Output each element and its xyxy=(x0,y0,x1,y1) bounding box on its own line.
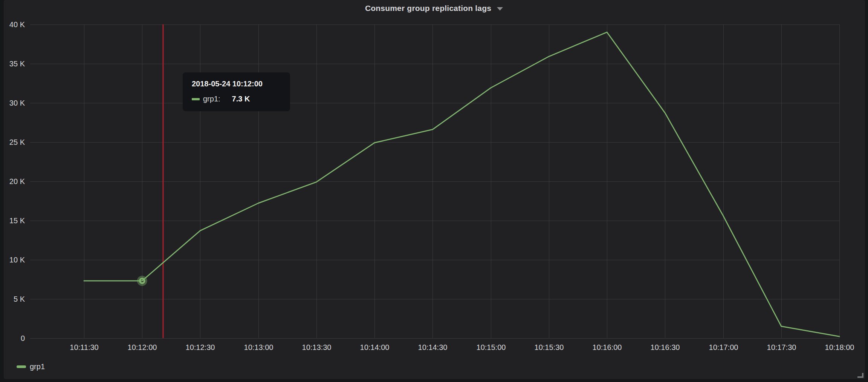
x-axis-tick-label: 10:16:00 xyxy=(581,342,634,352)
grafana-page: { "panel": { "title": "Consumer group re… xyxy=(0,0,868,382)
panel-resize-handle[interactable] xyxy=(857,373,863,378)
x-axis-tick-label: 10:15:30 xyxy=(523,342,576,352)
x-axis-tick-label: 10:18:00 xyxy=(813,342,866,352)
legend-label: grp1 xyxy=(30,362,45,371)
x-axis-tick-label: 10:13:30 xyxy=(290,342,343,352)
x-axis-tick-label: 10:13:00 xyxy=(232,342,285,352)
x-axis-tick-label: 10:14:00 xyxy=(348,342,401,352)
x-axis-tick-label: 10:15:00 xyxy=(465,342,518,352)
panel-title: Consumer group replication lags xyxy=(365,4,491,13)
legend-color-dash-icon xyxy=(17,365,26,368)
x-axis-tick-label: 10:12:00 xyxy=(116,342,169,352)
x-axis-tick-label: 10:11:30 xyxy=(58,342,111,352)
panel-header[interactable]: Consumer group replication lags xyxy=(0,0,868,17)
x-axis-tick-label: 10:12:30 xyxy=(174,342,227,352)
x-axis-tick-label: 10:16:30 xyxy=(639,342,692,352)
x-axis-tick-label: 10:17:00 xyxy=(697,342,750,352)
x-axis-tick-label: 10:14:30 xyxy=(406,342,459,352)
legend: grp1 xyxy=(17,362,45,371)
x-axis: 10:11:3010:12:0010:12:3010:13:0010:13:30… xyxy=(0,0,868,382)
x-axis-tick-label: 10:17:30 xyxy=(755,342,808,352)
chevron-down-icon xyxy=(497,7,503,11)
legend-item-grp1[interactable]: grp1 xyxy=(17,362,45,371)
